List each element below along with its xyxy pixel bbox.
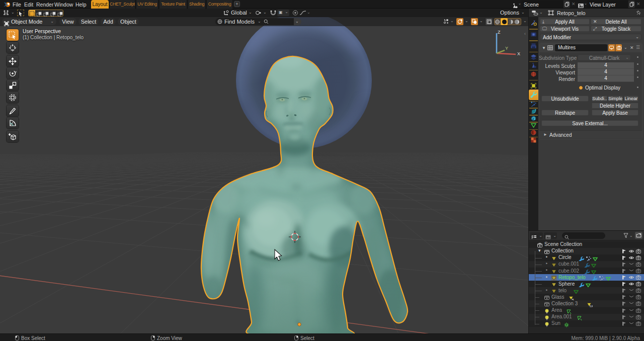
svg-text:Y: Y [505, 46, 508, 51]
svg-text:X: X [517, 51, 520, 56]
svg-text:Z: Z [498, 30, 501, 35]
